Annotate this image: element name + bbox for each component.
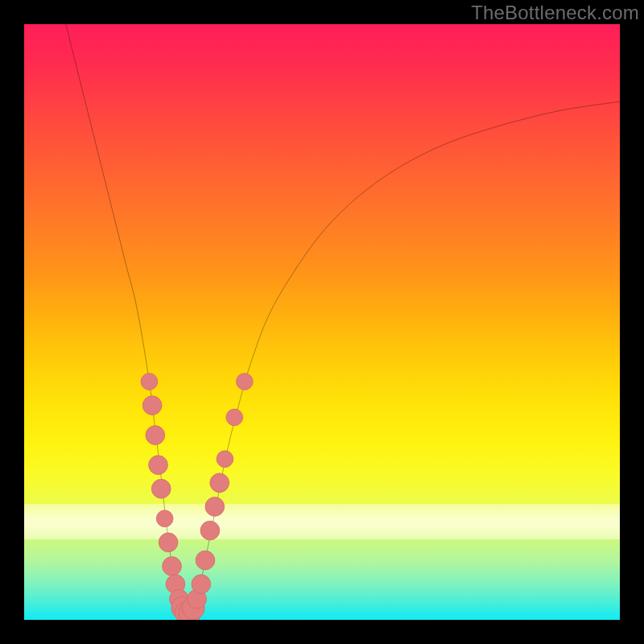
data-marker [226,409,243,426]
bottleneck-curve [66,24,620,615]
data-marker [151,479,171,498]
data-marker [142,396,162,415]
watermark-text: TheBottleneck.com [471,2,639,24]
data-marker [156,510,173,527]
marker-layer [141,374,253,620]
data-marker [141,374,158,390]
data-marker [159,533,178,552]
data-marker [192,575,211,594]
data-marker [217,451,233,468]
plot-area [24,24,620,620]
data-marker [205,497,225,517]
data-marker [163,557,182,576]
data-marker [210,473,229,493]
data-marker [149,456,168,475]
data-marker [200,521,220,540]
data-marker [146,426,165,445]
data-marker [236,374,253,390]
data-marker [196,551,215,570]
curve-svg [24,24,620,620]
chart-frame: TheBottleneck.com [0,0,644,644]
